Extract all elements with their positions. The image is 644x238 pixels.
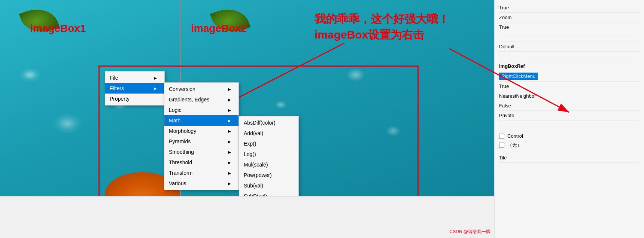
filters-item-math-label: Math (169, 118, 180, 123)
menu-item-property[interactable]: Property (105, 94, 164, 104)
filters-item-logic-arrow: ▶ (228, 108, 231, 112)
math-submenu[interactable]: AbsDiff(color) Add(val) Exp() Log() Mul(… (239, 116, 299, 203)
filters-item-pyramids-arrow: ▶ (228, 140, 231, 144)
panel-rightclickmenu-value[interactable]: RightClickMenu (499, 73, 538, 80)
panel-row-nearest: NearestNeighbor (499, 91, 640, 101)
panel-row-true3: True (499, 82, 640, 91)
filters-item-morphology-arrow: ▶ (228, 129, 231, 133)
panel-value-default: Default (499, 44, 514, 49)
imagebox2-label: imageBox2 (191, 22, 247, 34)
filters-item-pyramids-label: Pyramids (169, 138, 191, 144)
panel-row-zoom: Zoom (499, 13, 640, 22)
panel-value-private: Private (499, 113, 514, 118)
panel-row-rightclickmenu[interactable]: RightClickMenu (499, 71, 640, 82)
filters-item-smoothing-label: Smoothing (169, 149, 194, 155)
filters-submenu[interactable]: Conversion ▶ Gradients, Edges ▶ Logic ▶ … (164, 82, 239, 190)
panel-row-imgboxref: ImgBoxRef (499, 61, 640, 71)
panel-tile-label: Tile (499, 155, 507, 161)
math-item-mul[interactable]: Mul(scale) (239, 159, 298, 170)
panel-row-true2: True (499, 22, 640, 32)
csdn-watermark: CSDN @请给我一脚 (449, 229, 490, 235)
math-item-absdiff[interactable]: AbsDiff(color) (239, 118, 298, 128)
filters-item-threshold[interactable]: Threshold ▶ (164, 157, 239, 168)
math-item-log[interactable]: Log() (239, 149, 298, 159)
panel-imgboxref-label: ImgBoxRef (499, 63, 525, 69)
math-item-add[interactable]: Add(val) (239, 128, 298, 138)
filters-item-transform-label: Transform (169, 170, 192, 176)
checkbox-none-label: （无） (507, 142, 522, 149)
filters-item-math-arrow: ▶ (228, 119, 231, 123)
panel-row-empty2 (499, 52, 640, 61)
filters-item-transform[interactable]: Transform ▶ (164, 168, 239, 178)
checkbox-none[interactable]: （无） (499, 140, 640, 150)
filters-item-threshold-label: Threshold (169, 159, 192, 165)
filters-item-conversion-label: Conversion (169, 86, 195, 92)
annotation-text: 我的乖乖，这个好强大哦！ imageBox设置为右击 (315, 11, 449, 43)
panel-row-false: False (499, 101, 640, 111)
filters-item-various-arrow: ▶ (228, 181, 231, 186)
image-display-area: imageBox1 imageBox2 我的乖乖，这个好强大哦！ imageBo… (0, 0, 494, 217)
panel-row-tile: Tile (499, 153, 640, 163)
panel-row-default: Default (499, 42, 640, 52)
math-item-log-label: Log() (244, 151, 256, 157)
menu-item-file[interactable]: File ▶ (105, 73, 164, 83)
filters-item-threshold-arrow: ▶ (228, 161, 231, 165)
right-properties-panel: True Zoom True Default ImgBoxRef RightCl… (494, 0, 644, 238)
filters-item-morphology[interactable]: Morphology ▶ (164, 126, 239, 136)
math-item-exp-label: Exp() (244, 141, 256, 147)
checkbox-control[interactable]: Control (499, 132, 640, 140)
panel-value-true1: True (499, 5, 509, 10)
annotation-line2: imageBox设置为右击 (315, 27, 449, 43)
menu-item-filters-label: Filters (110, 85, 124, 91)
primary-context-menu[interactable]: File ▶ Filters ▶ Property (105, 71, 165, 106)
bottom-status-bar (0, 196, 494, 217)
panel-value-false: False (499, 103, 511, 109)
panel-row-true1: True (499, 3, 640, 13)
checkbox-control-label: Control (507, 133, 523, 139)
filters-item-conversion[interactable]: Conversion ▶ (164, 84, 239, 94)
filters-item-smoothing-arrow: ▶ (228, 150, 231, 154)
checkbox-control-box[interactable] (499, 134, 504, 139)
filters-item-transform-arrow: ▶ (228, 171, 231, 175)
filters-item-logic[interactable]: Logic ▶ (164, 105, 239, 115)
filters-item-gradients[interactable]: Gradients, Edges ▶ (164, 94, 239, 105)
annotation-line1: 我的乖乖，这个好强大哦！ (315, 11, 449, 27)
math-item-exp[interactable]: Exp() (239, 138, 298, 149)
panel-value-true3: True (499, 83, 509, 89)
filters-item-gradients-label: Gradients, Edges (169, 97, 209, 103)
math-item-sub[interactable]: Sub(val) (239, 180, 298, 191)
filters-item-various[interactable]: Various ▶ (164, 178, 239, 189)
panel-value-true2: True (499, 24, 509, 30)
filters-item-various-label: Various (169, 180, 186, 186)
math-item-pow[interactable]: Pow(power) (239, 170, 298, 180)
menu-item-file-label: File (110, 75, 118, 81)
panel-value-nearest: NearestNeighbor (499, 93, 536, 99)
filters-item-gradients-arrow: ▶ (228, 98, 231, 102)
checkbox-none-box[interactable] (499, 143, 504, 148)
filters-item-math[interactable]: Math ▶ (164, 115, 239, 126)
menu-item-property-label: Property (110, 96, 130, 102)
panel-row-empty1 (499, 32, 640, 42)
filters-item-smoothing[interactable]: Smoothing ▶ (164, 147, 239, 157)
math-item-absdiff-label: AbsDiff(color) (244, 120, 276, 126)
imagebox1-label: imageBox1 (30, 22, 86, 34)
filters-item-logic-label: Logic (169, 107, 181, 113)
filters-item-conversion-arrow: ▶ (228, 87, 231, 91)
filters-item-morphology-label: Morphology (169, 128, 196, 134)
math-item-add-label: Add(val) (244, 130, 263, 136)
menu-item-filters[interactable]: Filters ▶ (105, 83, 164, 94)
panel-row-private: Private (499, 111, 640, 120)
math-item-pow-label: Pow(power) (244, 172, 272, 178)
menu-item-file-arrow: ▶ (154, 76, 157, 80)
filters-item-pyramids[interactable]: Pyramids ▶ (164, 136, 239, 147)
panel-value-zoom: Zoom (499, 15, 511, 20)
math-item-mul-label: Mul(scale) (244, 162, 268, 168)
menu-item-filters-arrow: ▶ (154, 86, 157, 91)
math-item-sub-label: Sub(val) (244, 183, 263, 189)
